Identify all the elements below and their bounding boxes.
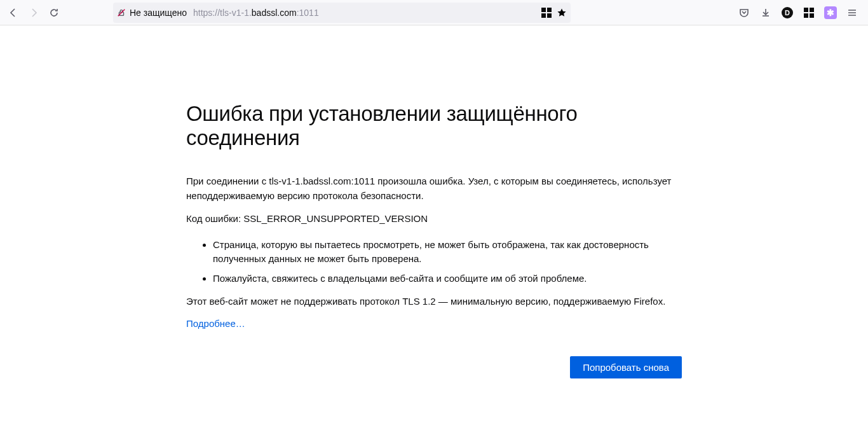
browser-toolbar: Не защищено https://tls-v1-1.badssl.com:…: [0, 0, 868, 25]
url-text: https://tls-v1-1.badssl.com:1011: [193, 8, 538, 18]
downloads-icon[interactable]: [756, 3, 775, 22]
app-menu-icon[interactable]: [843, 3, 862, 22]
bookmark-star-icon[interactable]: [557, 8, 567, 18]
error-page: Ошибка при установлении защищённого соед…: [186, 102, 682, 378]
pocket-icon[interactable]: [735, 3, 754, 22]
error-bullets: Страница, которую вы пытаетесь просмотре…: [186, 238, 682, 286]
nav-forward-button: [24, 3, 43, 22]
apps-grid-icon[interactable]: [799, 3, 818, 22]
toolbar-right: D ✱: [735, 3, 864, 22]
error-description: При соединении с tls-v1-1.badssl.com:101…: [186, 174, 682, 203]
security-label: Не защищено: [130, 8, 187, 18]
extension-d-icon[interactable]: D: [778, 3, 797, 22]
nav-back-button[interactable]: [4, 3, 23, 22]
extension-snowflake-icon[interactable]: ✱: [821, 3, 840, 22]
error-bullet: Пожалуйста, свяжитесь с владельцами веб-…: [213, 272, 682, 286]
error-bullet: Страница, которую вы пытаетесь просмотре…: [213, 238, 682, 267]
insecure-lock-icon: [117, 8, 126, 17]
url-bar[interactable]: Не защищено https://tls-v1-1.badssl.com:…: [113, 3, 571, 23]
error-title: Ошибка при установлении защищённого соед…: [186, 102, 682, 150]
try-again-button[interactable]: Попробовать снова: [570, 356, 682, 378]
learn-more-link[interactable]: Подробнее…: [186, 318, 245, 329]
error-tls-note: Этот веб-сайт может не поддерживать прот…: [186, 295, 682, 309]
qr-icon[interactable]: [541, 8, 552, 18]
nav-reload-button[interactable]: [44, 3, 64, 22]
error-code: Код ошибки: SSL_ERROR_UNSUPPORTED_VERSIO…: [186, 212, 682, 226]
